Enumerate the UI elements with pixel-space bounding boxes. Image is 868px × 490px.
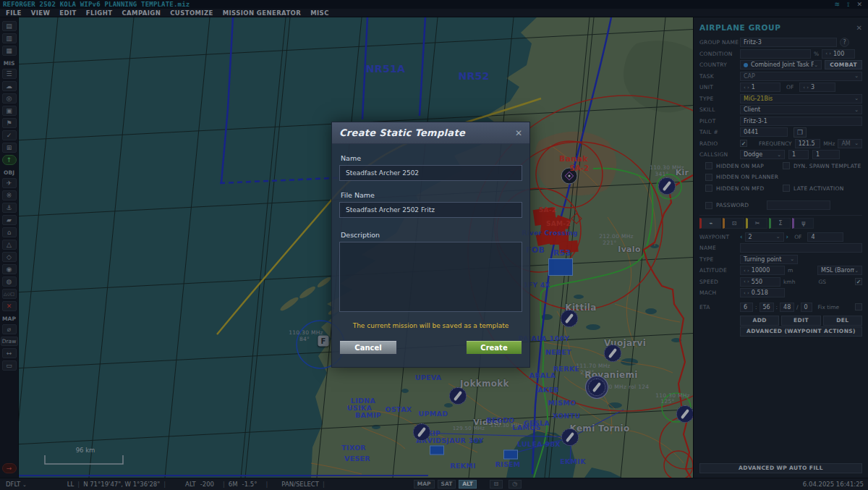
description-textarea[interactable] — [339, 242, 522, 312]
hidden-on-planner-checkbox[interactable] — [705, 174, 712, 181]
coords-format-label[interactable]: LL — [67, 481, 74, 488]
linked-zones-icon[interactable]: ⊞ — [2, 143, 17, 153]
menu-misc[interactable]: MISC — [310, 9, 329, 17]
aircraft-type-select[interactable]: MiG-21Bis⌄ — [740, 94, 862, 104]
unit-count-spinner[interactable]: ‹ ›1 — [740, 83, 780, 92]
unit-total-spinner[interactable]: ‹ ›3 — [799, 83, 835, 92]
briefing-icon[interactable]: ☰ — [2, 69, 17, 79]
farp-icon[interactable]: △ — [2, 240, 17, 250]
profile-select[interactable]: DFLT ⌄ — [6, 481, 27, 488]
shapes-icon[interactable]: △◇□ — [2, 289, 17, 299]
tab-summary[interactable]: Σ — [769, 218, 791, 229]
pilot-input[interactable]: Fritz-3-1 — [740, 117, 862, 126]
menu-mission-generator[interactable]: MISSION GENERATOR — [223, 9, 301, 17]
frequency-input[interactable]: 121.5 — [795, 139, 821, 148]
callsign-num1-input[interactable]: 1 — [788, 150, 809, 159]
condition-spinner[interactable]: ‹ ›100 — [822, 49, 855, 59]
fix-time-checkbox[interactable] — [855, 303, 862, 311]
help-button[interactable]: ? — [840, 38, 849, 47]
airbase-marker[interactable] — [548, 258, 573, 276]
cancel-button[interactable]: Cancel — [339, 340, 397, 355]
mach-spinner[interactable]: ‹ ›0.518 — [740, 288, 785, 297]
condition-input[interactable] — [740, 49, 811, 59]
waypoint-prev-icon[interactable]: ‹ — [740, 233, 743, 240]
tab-radio[interactable]: ψ — [792, 218, 814, 229]
copy-icon[interactable]: ❐ — [793, 127, 807, 138]
trigger-zone-icon[interactable]: ▣ — [2, 106, 17, 116]
wp-name-input[interactable] — [740, 243, 862, 253]
password-input[interactable] — [767, 200, 830, 210]
window-close-icon[interactable]: ✕ — [856, 1, 862, 8]
dialog-close-icon[interactable]: ✕ — [515, 128, 522, 138]
tab-loadout[interactable]: ✂ — [746, 218, 767, 229]
waypoint-select[interactable]: 2⌄ — [745, 232, 784, 242]
password-checkbox[interactable] — [705, 202, 712, 209]
save-mission-icon[interactable]: ▦ — [2, 46, 17, 56]
flags-icon[interactable]: ⚑ — [2, 118, 17, 128]
menu-campaign[interactable]: CAMPAIGN — [122, 9, 161, 17]
waypoint-next-icon[interactable]: › — [786, 233, 789, 240]
open-mission-icon[interactable]: ▥ — [2, 33, 17, 43]
menu-view[interactable]: VIEW — [31, 9, 51, 17]
sat-layer-button[interactable]: SAT — [438, 480, 456, 489]
eta-seconds-input[interactable]: 48 — [780, 303, 794, 312]
draw-button[interactable]: Draw — [1, 337, 18, 346]
delete-waypoint-button[interactable]: DEL — [823, 316, 862, 326]
advanced-waypoint-actions-button[interactable]: ADVANCED (WAYPOINT ACTIONS) — [740, 326, 862, 337]
measure-icon[interactable]: ⌀ — [2, 324, 17, 334]
zone-rings-icon[interactable]: ◍ — [2, 276, 17, 287]
altitude-ref-select[interactable]: MSL (Barome⌄ — [817, 266, 862, 275]
late-activation-checkbox[interactable] — [783, 185, 790, 192]
helicopter-icon[interactable]: ※ — [2, 190, 17, 200]
panel-close-icon[interactable]: ✕ — [856, 24, 862, 32]
wifi-icon[interactable]: ≋ — [835, 1, 841, 8]
tab-zone[interactable]: ⊡ — [723, 218, 744, 229]
advanced-wp-auto-fill-button[interactable]: ADVANCED WP AUTO FILL — [699, 463, 862, 473]
airbase-marker[interactable] — [430, 446, 444, 455]
modulation-select[interactable]: AM⌄ — [838, 139, 862, 148]
hidden-on-map-checkbox[interactable] — [705, 162, 712, 169]
hidden-on-mfd-checkbox[interactable] — [705, 185, 712, 192]
edit-waypoint-button[interactable]: EDIT — [781, 316, 820, 326]
tab-route[interactable]: ⌁ — [699, 218, 721, 229]
delete-icon[interactable]: ✕ — [2, 301, 17, 311]
dialog-header[interactable]: Create Static Template ✕ — [332, 122, 529, 144]
callsign-num2-input[interactable]: 1 — [812, 150, 840, 159]
airplane-icon[interactable]: ✈ — [2, 178, 17, 188]
farp-marker[interactable]: F — [318, 336, 329, 347]
alt-layer-button[interactable]: ALT — [459, 480, 476, 489]
combat-button[interactable]: COMBAT — [825, 60, 862, 69]
skill-select[interactable]: Client⌄ — [740, 105, 862, 114]
exit-icon[interactable]: → — [2, 463, 17, 473]
airbase-marker[interactable] — [503, 450, 518, 460]
map-layer-button[interactable]: MAP — [414, 480, 435, 489]
country-select[interactable]: Combined Joint Task Forces ⌄ — [740, 60, 822, 69]
radio-checkbox[interactable]: ✓ — [740, 140, 747, 147]
task-select[interactable]: CAP⌄ — [740, 72, 862, 81]
weather-icon[interactable]: ☁ — [2, 81, 17, 91]
antenna-icon[interactable]: ⟟ — [847, 1, 849, 8]
units-visibility-icon[interactable]: ⊟ — [490, 480, 503, 489]
gs-checkbox[interactable]: ✓ — [855, 278, 862, 285]
add-waypoint-button[interactable]: ADD — [740, 316, 779, 326]
route-node-icon[interactable]: ◇ — [2, 252, 17, 262]
mission-check-icon[interactable]: ✓ — [2, 130, 17, 140]
menu-flight[interactable]: FLIGHT — [86, 9, 113, 17]
callsign-select[interactable]: Dodge⌄ — [740, 150, 785, 159]
eta-hours-input[interactable]: 6 — [740, 303, 753, 312]
menu-edit[interactable]: EDIT — [59, 9, 76, 17]
sync-icon[interactable]: ↑ — [2, 155, 17, 165]
menu-customize[interactable]: CUSTOMIZE — [170, 9, 213, 17]
menu-file[interactable]: FILE — [6, 9, 22, 17]
dyn-spawn-checkbox[interactable] — [783, 162, 790, 169]
views-icon[interactable]: ◎ — [2, 93, 17, 104]
static-object-icon[interactable]: ⌂ — [2, 227, 17, 237]
ruler-icon[interactable]: ↔ — [2, 348, 17, 358]
vehicle-icon[interactable]: ▰ — [2, 215, 17, 225]
eta-ms-input[interactable]: 0 — [801, 303, 812, 312]
altitude-spinner[interactable]: ‹ ›10000 — [740, 266, 785, 275]
tail-number-input[interactable]: 0441 — [740, 127, 788, 137]
template-name-input[interactable]: Steadfast Archer 2502 — [339, 165, 522, 181]
beacon-icon[interactable]: ◉ — [2, 264, 17, 274]
snapshot-icon[interactable]: ▭ — [2, 360, 17, 371]
